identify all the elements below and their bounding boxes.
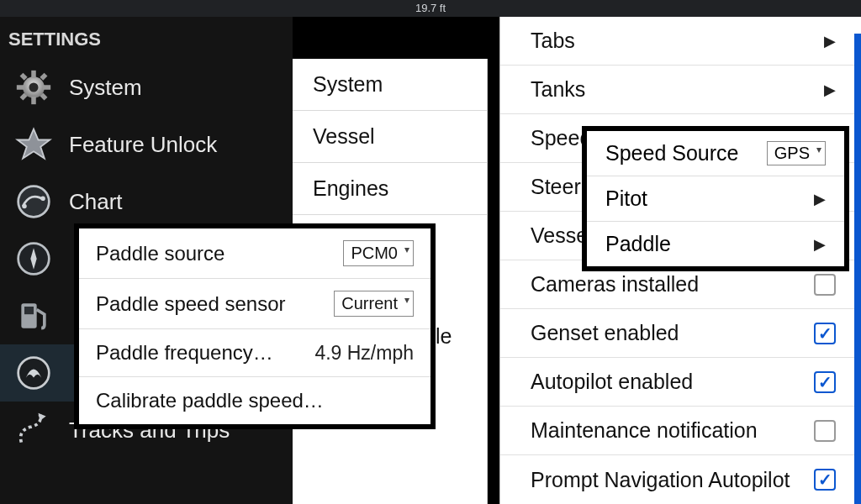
svg-rect-3 (17, 85, 24, 90)
svg-rect-5 (20, 73, 28, 81)
checkbox[interactable]: ✓ (814, 323, 836, 344)
svg-point-13 (40, 197, 45, 202)
checkbox[interactable]: ✓ (814, 469, 836, 491)
svg-rect-1 (31, 71, 36, 78)
detail-label: Tanks (531, 77, 585, 102)
paddle-popover: Paddle source PCM0 Paddle speed sensor C… (74, 223, 436, 429)
gear-icon (13, 67, 54, 108)
speed-paddle-row[interactable]: Paddle ▶ (587, 222, 844, 266)
detail-label: Cameras installed (531, 272, 699, 297)
detail-label: Vesse (531, 223, 588, 248)
detail-label: Tabs (531, 29, 575, 53)
speed-source-select[interactable]: GPS (767, 141, 826, 165)
detail-row-maintenance[interactable]: Maintenance notification ✓ (500, 407, 861, 455)
settings-title: SETTINGS (0, 17, 293, 59)
compass-icon (13, 239, 54, 279)
submenu-peek-text: le (436, 324, 452, 349)
sidebar-item-feature-unlock[interactable]: Feature Unlock (0, 116, 293, 173)
chevron-right-icon: ▶ (824, 32, 836, 50)
speed-source-popover: Speed Source GPS Pitot ▶ Paddle ▶ (582, 126, 849, 271)
scrollbar[interactable] (854, 34, 861, 504)
detail-row-prompt-nav-autopilot[interactable]: Prompt Navigation Autopilot ✓ (500, 455, 861, 504)
chevron-right-icon: ▶ (814, 190, 826, 208)
app-root: 19.7 ft SETTINGS System Feature Unlock C… (0, 0, 861, 504)
depth-readout: 19.7 ft (415, 2, 446, 14)
detail-label: Maintenance notification (531, 418, 758, 443)
detail-row-genset[interactable]: Genset enabled ✓ (500, 309, 861, 358)
paddle-source-select[interactable]: PCM0 (343, 240, 414, 266)
speed-pitot-row[interactable]: Pitot ▶ (587, 176, 844, 222)
submenu-item-engines[interactable]: Engines (293, 163, 487, 215)
detail-label: Genset enabled (531, 321, 679, 345)
paddle-source-label: Paddle source (96, 242, 224, 265)
paddle-frequency-row[interactable]: Paddle frequency… 4.9 Hz/mph (79, 329, 430, 377)
svg-rect-2 (31, 97, 36, 104)
mercury-logo-icon (13, 353, 54, 393)
sidebar-item-label: System (69, 75, 142, 101)
svg-rect-17 (24, 307, 34, 314)
globe-route-icon (13, 181, 54, 222)
svg-rect-7 (40, 73, 47, 81)
svg-point-12 (22, 204, 27, 209)
detail-row-tanks[interactable]: Tanks ▶ (500, 66, 861, 114)
svg-point-9 (29, 83, 39, 92)
paddle-label: Paddle (605, 232, 671, 256)
paddle-source-row[interactable]: Paddle source PCM0 (79, 228, 430, 279)
checkbox[interactable]: ✓ (814, 371, 836, 393)
svg-point-11 (18, 186, 50, 218)
svg-marker-10 (18, 129, 50, 159)
route-path-icon (13, 410, 54, 450)
sidebar-item-chart[interactable]: Chart (0, 173, 293, 230)
paddle-speed-sensor-label: Paddle speed sensor (96, 292, 286, 316)
calibrate-paddle-speed-row[interactable]: Calibrate paddle speed… (79, 377, 430, 424)
chevron-right-icon: ▶ (814, 235, 826, 254)
star-icon (13, 124, 54, 165)
detail-label: Autopilot enabled (531, 370, 693, 394)
top-status-bar: 19.7 ft (0, 0, 861, 17)
checkbox[interactable]: ✓ (814, 420, 836, 442)
checkbox[interactable]: ✓ (814, 274, 836, 296)
submenu-item-vessel[interactable]: Vessel (293, 111, 487, 163)
detail-row-autopilot[interactable]: Autopilot enabled ✓ (500, 358, 861, 407)
chevron-right-icon: ▶ (824, 81, 836, 99)
paddle-speed-sensor-row[interactable]: Paddle speed sensor Current (79, 279, 430, 329)
speed-source-row[interactable]: Speed Source GPS (587, 131, 844, 176)
paddle-frequency-value: 4.9 Hz/mph (314, 342, 414, 365)
pitot-label: Pitot (605, 186, 647, 211)
detail-label: Prompt Navigation Autopilot (531, 468, 790, 492)
submenu-item-system[interactable]: System (293, 59, 487, 111)
speed-source-label: Speed Source (605, 141, 738, 165)
sidebar-item-label: Chart (69, 189, 123, 215)
svg-rect-4 (43, 85, 50, 90)
paddle-frequency-label: Paddle frequency… (96, 341, 273, 365)
calibrate-paddle-label: Calibrate paddle speed… (96, 389, 324, 412)
paddle-speed-sensor-select[interactable]: Current (334, 291, 414, 317)
detail-label: Steer (531, 175, 581, 199)
detail-row-tabs[interactable]: Tabs ▶ (500, 17, 861, 66)
fuel-pump-icon (13, 296, 54, 336)
sidebar-item-label: Feature Unlock (69, 132, 217, 158)
sidebar-item-system[interactable]: System (0, 59, 293, 116)
